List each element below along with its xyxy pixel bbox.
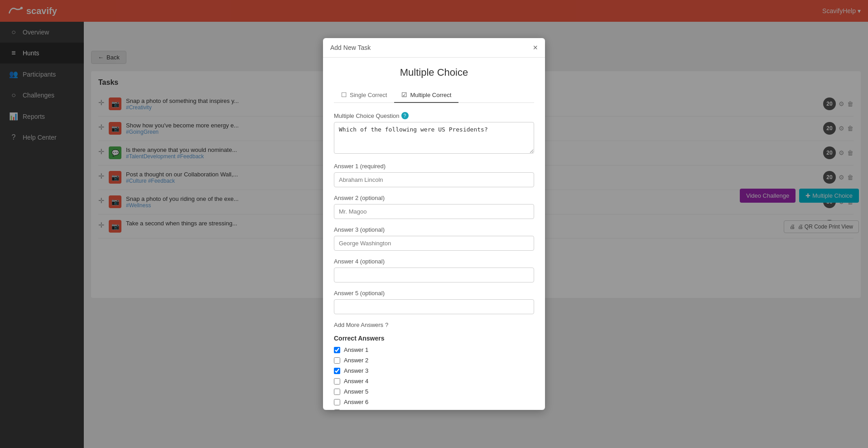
tab-multiple-label: Multiple Correct	[410, 92, 451, 98]
question-group: Multiple Choice Question ? Which of the …	[334, 112, 534, 156]
answer-5-input[interactable]	[334, 299, 534, 314]
modal-dialog: Add New Task × Multiple Choice ☐ Single …	[323, 38, 545, 410]
tab-single-icon: ☐	[341, 91, 347, 98]
answer-1-input[interactable]	[334, 172, 534, 187]
correct-answer-6: Answer 6	[334, 399, 534, 405]
answer-3-group: Answer 3 (optional)	[334, 226, 534, 251]
question-input[interactable]: Which of the following were US President…	[334, 122, 534, 154]
modal-close-button[interactable]: ×	[533, 44, 538, 52]
correct-answers-section: Correct Answers Answer 1 Answer 2 Answer…	[334, 335, 534, 410]
question-help-icon[interactable]: ?	[401, 112, 409, 119]
answer-2-label: Answer 2 (optional)	[334, 195, 534, 201]
answer-2-input[interactable]	[334, 204, 534, 219]
answer-1-label: Answer 1 (required)	[334, 163, 534, 170]
correct-answer-checkbox-4[interactable]	[334, 378, 340, 385]
correct-answer-checkbox-2[interactable]	[334, 357, 340, 364]
answer-4-input[interactable]	[334, 268, 534, 282]
correct-answer-label-3: Answer 3	[344, 367, 368, 374]
answer-2-group: Answer 2 (optional)	[334, 195, 534, 219]
correct-answer-1: Answer 1	[334, 346, 534, 353]
correct-answer-5: Answer 5	[334, 388, 534, 395]
answer-1-group: Answer 1 (required)	[334, 163, 534, 187]
correct-answer-checkbox-3[interactable]	[334, 368, 340, 374]
answer-5-label: Answer 5 (optional)	[334, 290, 534, 297]
answer-4-group: Answer 4 (optional)	[334, 258, 534, 282]
add-more-answers-row: Add More Answers ?	[334, 321, 534, 328]
modal-overlay[interactable]: Add New Task × Multiple Choice ☐ Single …	[0, 0, 868, 448]
correct-answer-label-7: Answer 7	[344, 409, 368, 410]
answer-5-group: Answer 5 (optional)	[334, 290, 534, 314]
question-label: Multiple Choice Question ?	[334, 112, 534, 119]
correct-answer-label-2: Answer 2	[344, 357, 368, 364]
modal-tabs: ☐ Single Correct ☑ Multiple Correct	[334, 88, 534, 103]
tab-single-correct[interactable]: ☐ Single Correct	[334, 88, 394, 103]
correct-answer-label-5: Answer 5	[344, 388, 368, 395]
correct-answer-label-1: Answer 1	[344, 346, 368, 353]
correct-answer-7: Answer 7	[334, 409, 534, 410]
correct-answer-2: Answer 2	[334, 357, 534, 364]
correct-answer-3: Answer 3	[334, 367, 534, 374]
modal-header: Add New Task ×	[323, 38, 545, 58]
add-more-label[interactable]: Add More Answers	[334, 321, 383, 328]
modal-body: Multiple Choice ☐ Single Correct ☑ Multi…	[323, 58, 545, 410]
tab-multiple-correct[interactable]: ☑ Multiple Correct	[394, 88, 458, 103]
correct-answer-4: Answer 4	[334, 378, 534, 385]
correct-answer-checkbox-5[interactable]	[334, 389, 340, 395]
correct-answers-title: Correct Answers	[334, 335, 534, 342]
modal-header-title: Add New Task	[330, 44, 371, 51]
add-more-help-icon[interactable]: ?	[385, 321, 388, 328]
answer-4-label: Answer 4 (optional)	[334, 258, 534, 265]
correct-answer-checkbox-1[interactable]	[334, 347, 340, 353]
correct-answer-checkbox-7[interactable]	[334, 409, 340, 410]
correct-answer-label-6: Answer 6	[344, 399, 368, 405]
correct-answer-checkbox-6[interactable]	[334, 399, 340, 405]
modal-main-title: Multiple Choice	[334, 67, 534, 78]
answer-3-input[interactable]	[334, 236, 534, 251]
correct-answer-label-4: Answer 4	[344, 378, 368, 385]
tab-single-label: Single Correct	[350, 92, 387, 98]
tab-multiple-icon: ☑	[401, 91, 407, 98]
answer-3-label: Answer 3 (optional)	[334, 226, 534, 233]
